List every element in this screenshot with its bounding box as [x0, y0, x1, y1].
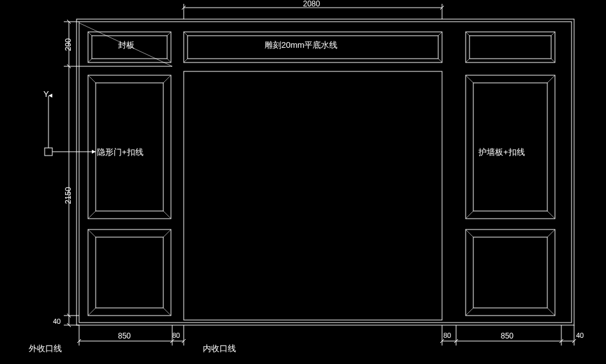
svg-rect-10 — [88, 229, 171, 316]
dim-top-width: 2080 — [303, 0, 320, 8]
left-door-panels — [88, 75, 171, 316]
dim-top-height: 290 — [64, 38, 73, 51]
center-hatch — [186, 74, 440, 317]
right-wall-panels — [466, 75, 555, 316]
outer-line-label: 外收口线 — [29, 343, 62, 354]
dim-bottom-gap: 40 — [53, 317, 61, 325]
svg-rect-17 — [45, 148, 52, 156]
hidden-door-label: 隐形门+扣线 — [97, 147, 144, 158]
seal-panel-label: 封板 — [118, 40, 135, 51]
dim-left-panel: 850 — [118, 331, 131, 340]
svg-rect-11 — [96, 237, 163, 308]
svg-rect-15 — [473, 237, 547, 308]
dim-right-panel: 850 — [501, 331, 514, 340]
dim-right-edge: 40 — [576, 331, 584, 339]
svg-rect-14 — [466, 229, 555, 316]
y-axis-label: Y — [43, 89, 49, 99]
inner-line-label: 内收口线 — [203, 343, 236, 354]
wall-panel-label: 护墙板+扣线 — [478, 147, 525, 158]
carving-line-label: 雕刻20mm平底水线 — [265, 40, 337, 51]
svg-rect-7 — [469, 36, 551, 59]
dim-main-height: 2150 — [64, 187, 73, 204]
dim-left-gap: 80 — [172, 331, 180, 339]
svg-rect-6 — [466, 32, 555, 62]
dim-right-gap: 80 — [443, 331, 451, 339]
